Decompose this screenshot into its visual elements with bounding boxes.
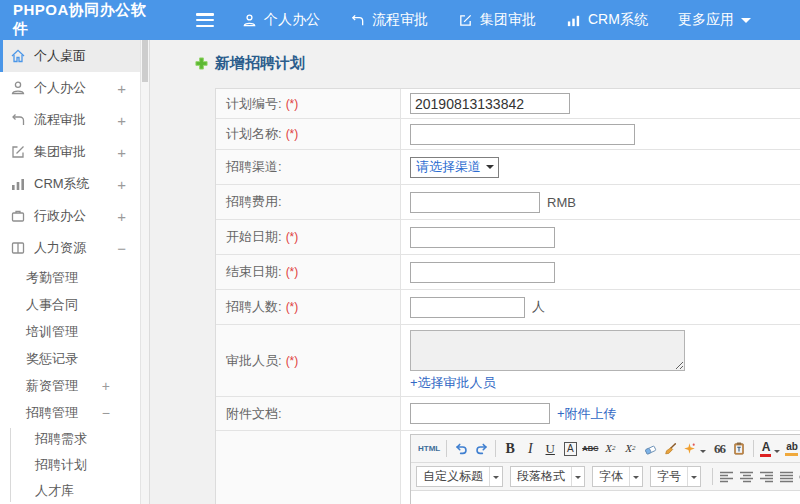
label-text: 招聘人数: xyxy=(226,298,282,316)
sidebar-item-group-approval[interactable]: 集团审批 + xyxy=(0,136,140,168)
edit-square-icon xyxy=(10,144,26,160)
app-logo: PHPOA协同办公软件 xyxy=(0,1,150,39)
editor-toolbar-row1: HTML B I U A ABC X2 X2 xyxy=(411,435,800,463)
sidebar-item-rewards[interactable]: 奖惩记录 xyxy=(0,345,140,372)
bold-button[interactable]: B xyxy=(500,438,520,459)
align-center-icon xyxy=(740,471,754,483)
start-date-input[interactable] xyxy=(410,227,555,248)
sidebar-item-hr[interactable]: 人力资源 − xyxy=(0,232,140,264)
expand-icon[interactable]: + xyxy=(117,144,126,161)
sidebar-item-personal-office[interactable]: 个人办公 + xyxy=(0,72,140,104)
nav-more-apps[interactable]: 更多应用 xyxy=(678,11,751,29)
eraser-icon xyxy=(643,442,658,456)
collapse-icon[interactable]: − xyxy=(102,405,110,421)
nav-workflow-approval[interactable]: 流程审批 xyxy=(350,11,428,29)
toolbar-divider xyxy=(446,440,447,457)
font-color-button[interactable]: A xyxy=(758,438,783,459)
sidebar-item-hr-contract[interactable]: 人事合同 xyxy=(0,291,140,318)
expand-icon[interactable]: + xyxy=(117,80,126,97)
heading-select[interactable]: 自定义标题 xyxy=(416,466,503,487)
font-family-select[interactable]: 字体 xyxy=(592,466,643,487)
font-border-button[interactable]: A xyxy=(560,438,580,459)
align-justify-button[interactable] xyxy=(777,466,797,487)
sidebar-item-recruit-plan[interactable]: 招聘计划 xyxy=(0,452,140,478)
sidebar-scrollbar[interactable] xyxy=(140,40,150,504)
form-row: 招聘渠道: 请选择渠道 xyxy=(216,150,800,185)
label-text: 招聘费用: xyxy=(226,193,282,211)
menu-toggle-icon[interactable] xyxy=(196,13,214,27)
sidebar-label: 招聘计划 xyxy=(35,456,87,474)
field-label: 开始日期:(*) xyxy=(216,220,401,254)
highlight-button[interactable]: ab xyxy=(783,438,800,459)
paragraph-format-select[interactable]: 段落格式 xyxy=(510,466,585,487)
attachment-input[interactable] xyxy=(410,403,550,424)
sidebar-item-desktop[interactable]: 个人桌面 xyxy=(0,40,140,72)
sidebar-label: 个人桌面 xyxy=(34,47,86,65)
fee-input[interactable] xyxy=(410,192,540,213)
paste-text-button[interactable] xyxy=(729,438,749,459)
nav-group-approval[interactable]: 集团审批 xyxy=(458,11,536,29)
upload-attachment-link[interactable]: +附件上传 xyxy=(557,405,617,423)
expand-icon[interactable]: + xyxy=(117,176,126,193)
nav-personal-office[interactable]: 个人办公 xyxy=(242,11,320,29)
book-icon xyxy=(10,240,26,256)
editor-content-area[interactable] xyxy=(411,491,800,504)
nav-crm-system[interactable]: CRM系统 xyxy=(566,11,648,29)
sidebar-item-admin-office[interactable]: 行政办公 + xyxy=(0,200,140,232)
expand-icon[interactable]: + xyxy=(117,112,126,129)
sidebar-label: 招聘需求 xyxy=(35,430,87,448)
caret-down-icon xyxy=(489,467,502,486)
collapse-icon[interactable]: − xyxy=(117,240,126,257)
expand-icon[interactable]: + xyxy=(117,208,126,225)
underline-button[interactable]: U xyxy=(540,438,560,459)
sidebar-item-crm[interactable]: CRM系统 + xyxy=(0,168,140,200)
redo-button[interactable] xyxy=(471,438,491,459)
boxed-a-icon: A xyxy=(564,442,577,456)
subscript-button[interactable]: X2 xyxy=(620,438,640,459)
caret-down-icon xyxy=(486,165,494,173)
required-mark: (*) xyxy=(286,127,299,141)
approvers-textarea[interactable] xyxy=(410,330,685,371)
align-center-button[interactable] xyxy=(737,466,757,487)
select-approvers-link[interactable]: +选择审批人员 xyxy=(410,374,496,392)
sidebar-item-recruit-mgmt[interactable]: 招聘管理− xyxy=(0,399,140,426)
sidebar-label: 薪资管理 xyxy=(26,377,78,395)
headcount-input[interactable] xyxy=(410,297,525,318)
plan-name-input[interactable] xyxy=(410,124,635,145)
undo-button[interactable] xyxy=(451,438,471,459)
paragraph-select-value: 段落格式 xyxy=(517,468,565,485)
sidebar-label: 流程审批 xyxy=(34,111,86,129)
channel-select[interactable]: 请选择渠道 xyxy=(410,157,499,178)
clipboard-icon xyxy=(732,441,746,456)
align-right-button[interactable] xyxy=(757,466,777,487)
auto-typeset-button[interactable] xyxy=(680,438,709,459)
sidebar-label: 奖惩记录 xyxy=(26,350,78,368)
font-size-select[interactable]: 字号 xyxy=(650,466,701,487)
blockquote-button[interactable]: 66 xyxy=(709,438,729,459)
sidebar-item-recruit-demand[interactable]: 招聘需求 xyxy=(0,426,140,452)
expand-icon[interactable]: + xyxy=(102,378,110,394)
sidebar-item-attendance[interactable]: 考勤管理 xyxy=(0,264,140,291)
sidebar-label: 招聘管理 xyxy=(26,404,78,422)
caret-down-icon xyxy=(741,18,751,28)
superscript-button[interactable]: X2 xyxy=(600,438,620,459)
italic-button[interactable]: I xyxy=(520,438,540,459)
sidebar-item-salary[interactable]: 薪资管理+ xyxy=(0,372,140,399)
scrollbar-thumb[interactable] xyxy=(142,40,148,82)
eraser-button[interactable] xyxy=(640,438,660,459)
sidebar-item-talent-pool[interactable]: 人才库 xyxy=(0,478,140,504)
person-icon xyxy=(10,80,26,96)
format-painter-button[interactable] xyxy=(660,438,680,459)
end-date-input[interactable] xyxy=(410,262,555,283)
strikethrough-button[interactable]: ABC xyxy=(580,438,600,459)
app-window: PHPOA协同办公软件 个人办公 流程审批 集团审批 CRM系统 更多应用 xyxy=(0,0,800,504)
align-left-button[interactable] xyxy=(717,466,737,487)
redo-icon xyxy=(474,442,489,456)
sidebar-item-workflow-approval[interactable]: 流程审批 + xyxy=(0,104,140,136)
align-left-icon xyxy=(720,471,734,483)
nav-label: 流程审批 xyxy=(372,11,428,29)
html-source-button[interactable]: HTML xyxy=(416,438,442,459)
form-row: 开始日期:(*) xyxy=(216,220,800,255)
plan-number-input[interactable] xyxy=(410,93,570,114)
sidebar-item-training[interactable]: 培训管理 xyxy=(0,318,140,345)
